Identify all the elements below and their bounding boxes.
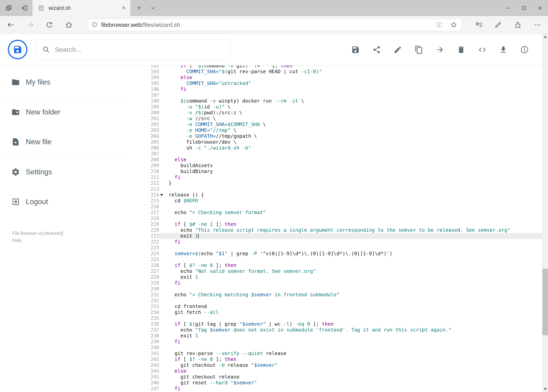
- code-line-text[interactable]: [169, 245, 542, 251]
- tab-close-icon[interactable]: [119, 4, 128, 12]
- browser-tab[interactable]: wizard.sh: [33, 0, 130, 16]
- search-box[interactable]: [35, 39, 231, 60]
- code-line[interactable]: 235: [126, 315, 542, 321]
- new-tab-button[interactable]: [134, 4, 144, 13]
- code-line[interactable]: 222 fi: [126, 239, 542, 245]
- code-line[interactable]: 237 echo "Tag $semver does not exist in …: [126, 327, 542, 333]
- source-code-button[interactable]: [478, 45, 486, 54]
- copy-button[interactable]: [415, 45, 423, 54]
- code-line-text[interactable]: echo "> Checking semver format": [169, 210, 542, 216]
- code-line[interactable]: 216: [126, 204, 542, 210]
- share-button[interactable]: [372, 45, 381, 54]
- code-line-text[interactable]: if [ $(git tag | grep "$semver" | wc -l)…: [169, 321, 542, 327]
- code-line[interactable]: 224 semver=$(echo "$1" | grep -P '^v(0|[…: [126, 251, 542, 257]
- favorite-star-icon[interactable]: [449, 21, 458, 29]
- code-line-text[interactable]: echo "> Checking matching $semver in fro…: [169, 292, 542, 298]
- code-line-text[interactable]: }: [169, 180, 542, 186]
- code-line[interactable]: 227 echo "Not valid semver format. See s…: [126, 268, 542, 274]
- code-line-text[interactable]: COMMIT_SHA="$(git rev-parse HEAD | cut -…: [169, 69, 542, 75]
- code-line[interactable]: 204 -e GOPATH=//tmp/gopath \: [126, 133, 542, 139]
- hub-icon[interactable]: [473, 19, 485, 31]
- code-line-text[interactable]: fi: [169, 386, 542, 392]
- code-line-text[interactable]: [169, 257, 542, 262]
- close-button[interactable]: [532, 0, 548, 16]
- rename-button[interactable]: [393, 45, 402, 54]
- code-line-text[interactable]: $(command -v winpty) docker run --rm -it…: [169, 98, 542, 104]
- code-line[interactable]: 230: [126, 286, 542, 292]
- search-input[interactable]: [54, 46, 227, 54]
- code-line-text[interactable]: [169, 204, 542, 210]
- code-line[interactable]: 203 -e HOME="//tmp" \: [126, 127, 542, 133]
- help-link[interactable]: Help: [12, 237, 63, 244]
- code-line-text[interactable]: buildBinary: [169, 168, 542, 174]
- code-line[interactable]: 194 else: [126, 75, 542, 80]
- code-line-text[interactable]: else: [169, 368, 542, 374]
- code-line[interactable]: 229 fi: [126, 280, 542, 286]
- code-line-text[interactable]: -e COMMIT_SHA=$COMMIT_SHA \: [169, 121, 542, 127]
- code-line-text[interactable]: semver=$(echo "$1" | grep -P '^v(0|[1-9]…: [169, 251, 542, 257]
- code-line[interactable]: 239 fi: [126, 339, 542, 345]
- sidebar-item-my-files[interactable]: My files: [0, 70, 126, 94]
- code-line[interactable]: 208 else: [126, 157, 542, 163]
- code-editor[interactable]: 192 if [ "$(command -v git)" != "" ]; th…: [126, 65, 542, 392]
- code-line-text[interactable]: exit 1: [169, 333, 542, 339]
- address-bar[interactable]: filebrowser.web/files/wizard.sh: [88, 19, 462, 31]
- code-line[interactable]: 207: [126, 151, 542, 157]
- code-line-text[interactable]: exit 1: [169, 274, 542, 280]
- browser-share-icon[interactable]: [512, 19, 524, 31]
- code-line-text[interactable]: [169, 151, 542, 157]
- code-line[interactable]: 228 exit 1: [126, 274, 542, 280]
- code-line[interactable]: 243 git checkout -b release "$semver": [126, 362, 542, 368]
- code-line[interactable]: 205 filebrowser/dev \: [126, 139, 542, 145]
- code-line[interactable]: 226 if [ $? -ne 0 ]; then: [126, 262, 542, 268]
- home-icon[interactable]: [63, 19, 75, 31]
- code-line[interactable]: 215 cd $REPO: [126, 198, 542, 204]
- code-line[interactable]: 242 if [ $? -ne 0 ]; then: [126, 356, 542, 362]
- code-line[interactable]: 240: [126, 345, 542, 350]
- tab-list-chevron-icon[interactable]: [148, 4, 157, 12]
- code-line[interactable]: 223: [126, 245, 542, 251]
- code-line-text[interactable]: git reset --hard "$semver": [169, 380, 542, 386]
- code-line[interactable]: 199 -u "$(id -u)" \: [126, 104, 542, 110]
- code-line[interactable]: 201 -w //src \: [126, 116, 542, 121]
- code-line-text[interactable]: fi: [169, 339, 542, 345]
- code-line[interactable]: 245 git checkout release: [126, 374, 542, 380]
- code-line[interactable]: 231 echo "> Checking matching $semver in…: [126, 292, 542, 298]
- code-line[interactable]: 197: [126, 92, 542, 98]
- sidebar-item-logout[interactable]: Logout: [0, 190, 126, 214]
- code-line[interactable]: 233 cd frontend: [126, 304, 542, 309]
- scroll-down-arrow[interactable]: [542, 386, 548, 392]
- code-line[interactable]: 221 exit 1: [126, 233, 542, 239]
- set-tabs-aside-icon[interactable]: [20, 4, 29, 13]
- refresh-icon[interactable]: [43, 19, 55, 31]
- filebrowser-logo[interactable]: [8, 40, 28, 59]
- web-note-pen-icon[interactable]: [493, 19, 504, 31]
- delete-button[interactable]: [457, 45, 465, 54]
- code-line[interactable]: 212}: [126, 180, 542, 186]
- code-line-text[interactable]: if [ $? -ne 0 ]; then: [169, 262, 542, 268]
- fold-arrow-icon[interactable]: [160, 194, 163, 196]
- code-line[interactable]: 196 fi: [126, 86, 542, 92]
- code-line[interactable]: 217 echo "> Checking semver format": [126, 210, 542, 216]
- code-line-text[interactable]: -v /$(pwd):/src:z \: [169, 110, 542, 116]
- code-line-text[interactable]: git rev-parse --verify --quiet release: [169, 350, 542, 356]
- code-line-text[interactable]: -u "$(id -u)" \: [169, 104, 542, 110]
- move-button[interactable]: [436, 45, 444, 54]
- code-line-text[interactable]: echo "This release script requires a sin…: [169, 227, 542, 233]
- code-line[interactable]: 218: [126, 216, 542, 221]
- minimize-button[interactable]: [500, 0, 516, 16]
- code-line[interactable]: 209 buildAssets: [126, 163, 542, 168]
- code-line[interactable]: 202 -e COMMIT_SHA=$COMMIT_SHA \: [126, 121, 542, 127]
- sidebar-item-settings[interactable]: Settings: [0, 160, 126, 184]
- code-line-text[interactable]: sh -c "./wizard.sh -b": [169, 145, 542, 151]
- more-options-icon[interactable]: [532, 19, 543, 31]
- code-line-text[interactable]: exit 1: [169, 233, 542, 239]
- code-line-text[interactable]: [169, 286, 542, 292]
- code-line-text[interactable]: -w //src \: [169, 116, 542, 121]
- scrollbar-thumb[interactable]: [542, 269, 548, 335]
- code-line-text[interactable]: cd $REPO: [169, 198, 542, 204]
- code-line-text[interactable]: [169, 216, 542, 221]
- code-line-text[interactable]: release () {: [169, 192, 542, 198]
- code-line[interactable]: 232: [126, 298, 542, 304]
- code-line[interactable]: 236 if [ $(git tag | grep "$semver" | wc…: [126, 321, 542, 327]
